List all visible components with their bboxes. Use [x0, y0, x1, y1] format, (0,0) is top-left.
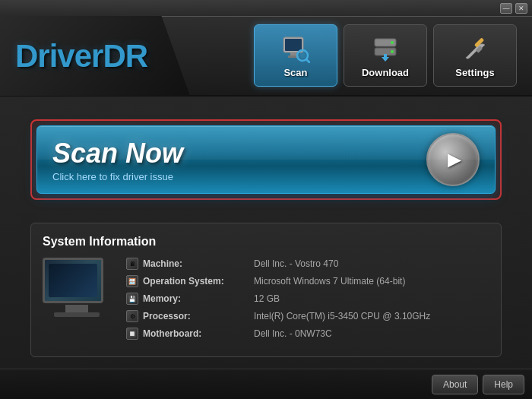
- machine-value: Dell Inc. - Vostro 470: [254, 258, 338, 269]
- info-table: 🖥 Machine: Dell Inc. - Vostro 470 🪟 Oper…: [126, 258, 489, 345]
- minimize-button[interactable]: —: [500, 3, 512, 14]
- info-row-memory: 💾 Memory: 12 GB: [126, 293, 489, 305]
- scan-now-subtitle: Click here to fix driver issue: [52, 171, 426, 182]
- processor-label: Processor:: [143, 311, 249, 321]
- svg-rect-2: [290, 52, 296, 55]
- memory-icon: 💾: [126, 293, 138, 305]
- about-label: About: [443, 379, 467, 390]
- settings-tab-label: Settings: [455, 67, 494, 78]
- scan-tab-icon: [280, 33, 311, 64]
- os-value: Microsoft Windows 7 Ultimate (64-bit): [254, 276, 405, 287]
- processor-icon: ⚙: [126, 310, 138, 322]
- logo-area: DriverDR: [0, 16, 190, 96]
- svg-point-10: [391, 50, 394, 53]
- scan-now-arrow-button[interactable]: ►: [426, 133, 480, 186]
- system-info-content: 🖥 Machine: Dell Inc. - Vostro 470 🪟 Oper…: [43, 258, 489, 345]
- svg-rect-1: [285, 39, 302, 51]
- about-button[interactable]: About: [432, 375, 478, 394]
- processor-value: Intel(R) Core(TM) i5-3450 CPU @ 3.10GHz: [254, 311, 430, 321]
- scan-now-button[interactable]: Scan Now Click here to fix driver issue …: [36, 125, 496, 194]
- system-info-section: System Information 🖥 Machine: Dell Inc. …: [30, 223, 502, 357]
- os-label: Operation System:: [143, 276, 249, 287]
- machine-icon: 🖥: [126, 258, 138, 270]
- app-logo: DriverDR: [15, 38, 147, 74]
- svg-point-6: [299, 52, 306, 59]
- scan-now-title: Scan Now: [52, 138, 426, 169]
- info-row-os: 🪟 Operation System: Microsoft Windows 7 …: [126, 275, 489, 287]
- info-row-motherboard: 🔲 Motherboard: Dell Inc. - 0NW73C: [126, 328, 489, 340]
- bottom-bar: About Help: [0, 369, 532, 399]
- machine-label: Machine:: [143, 258, 249, 269]
- monitor-base: [54, 312, 100, 317]
- main-content: Scan Now Click here to fix driver issue …: [0, 97, 532, 380]
- tab-scan[interactable]: Scan: [254, 24, 337, 87]
- tab-download[interactable]: Download: [344, 24, 427, 87]
- close-button[interactable]: ✕: [515, 3, 527, 14]
- nav-tabs: Scan Download: [254, 24, 517, 87]
- memory-label: Memory:: [143, 293, 249, 304]
- motherboard-value: Dell Inc. - 0NW73C: [254, 328, 332, 339]
- motherboard-label: Motherboard:: [143, 328, 249, 339]
- scan-now-text-area: Scan Now Click here to fix driver issue: [52, 138, 426, 182]
- window-controls: — ✕: [500, 3, 527, 14]
- system-info-title: System Information: [43, 235, 489, 249]
- tab-settings[interactable]: Settings: [433, 24, 517, 87]
- scan-tab-label: Scan: [283, 67, 307, 78]
- help-label: Help: [494, 379, 513, 390]
- memory-value: 12 GB: [254, 293, 280, 304]
- download-tab-label: Download: [362, 67, 409, 78]
- svg-line-5: [306, 59, 309, 62]
- svg-rect-11: [384, 54, 387, 60]
- app-container: DriverDR: [0, 17, 532, 399]
- info-row-processor: ⚙ Processor: Intel(R) Core(TM) i5-3450 C…: [126, 310, 489, 322]
- scan-now-wrapper: Scan Now Click here to fix driver issue …: [30, 119, 502, 200]
- arrow-icon: ►: [443, 147, 466, 173]
- svg-point-9: [391, 41, 394, 44]
- help-button[interactable]: Help: [483, 375, 524, 394]
- header: DriverDR: [0, 17, 532, 97]
- settings-tab-icon: [460, 33, 490, 64]
- monitor-screen: [43, 258, 103, 303]
- motherboard-icon: 🔲: [126, 328, 138, 340]
- download-tab-icon: [370, 33, 401, 64]
- info-row-machine: 🖥 Machine: Dell Inc. - Vostro 470: [126, 258, 489, 270]
- os-icon: 🪟: [126, 275, 138, 287]
- monitor-graphic: [43, 258, 111, 318]
- monitor-stand: [65, 305, 88, 312]
- title-bar: — ✕: [0, 0, 532, 17]
